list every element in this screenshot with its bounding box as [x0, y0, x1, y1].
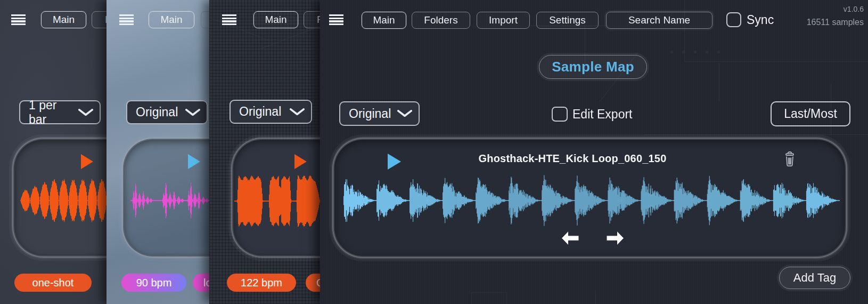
waveform-display[interactable] — [234, 175, 320, 227]
edit-export-label: Edit Export — [572, 107, 633, 122]
background-instance-2: Main Original 90 bpm lo — [107, 0, 209, 304]
playback-rate-dropdown[interactable]: 1 per bar — [19, 100, 101, 124]
trash-icon[interactable] — [784, 151, 796, 167]
sample-title: Ghosthack-HTE_Kick Loop_060_150 — [413, 153, 732, 165]
tab-folders[interactable]: Folders — [412, 12, 470, 29]
app-window: Main F 1 per bar one-shot Main Original … — [0, 0, 868, 304]
add-tag-label: Add Tag — [793, 271, 836, 285]
tab-folders-partial[interactable]: F — [304, 11, 320, 28]
tab-main[interactable]: Main — [362, 12, 406, 29]
last-most-button[interactable]: Last/Most — [771, 101, 850, 126]
tag-chip-partial[interactable]: lo — [193, 274, 209, 292]
tab-folders-partial[interactable] — [201, 11, 209, 28]
playback-rate-dropdown[interactable]: Original — [339, 101, 420, 126]
chevron-down-icon — [397, 110, 412, 117]
menu-icon[interactable] — [222, 14, 236, 25]
chevron-down-icon — [290, 108, 305, 116]
arrow-right-icon[interactable] — [606, 230, 625, 246]
dropdown-value: Original — [239, 105, 281, 119]
tag-chip[interactable]: 122 bpm — [227, 274, 296, 292]
tag-chip-partial[interactable]: C — [306, 274, 320, 292]
tab-settings[interactable]: Settings — [536, 12, 599, 29]
background-instance-1: Main F 1 per bar one-shot — [0, 0, 107, 304]
sync-checkbox[interactable] — [726, 12, 741, 27]
chevron-down-icon — [78, 109, 93, 116]
circuit-line — [684, 0, 685, 61]
dropdown-value: 1 per bar — [29, 98, 73, 127]
dropdown-value: Original — [136, 105, 178, 119]
play-icon[interactable] — [81, 154, 93, 169]
tag-chip[interactable]: one-shot — [14, 274, 92, 292]
playback-rate-dropdown[interactable]: Original — [126, 100, 208, 124]
chevron-down-icon — [185, 109, 200, 116]
menu-icon[interactable] — [11, 14, 26, 25]
menu-icon[interactable] — [329, 14, 343, 25]
sample-map-button[interactable]: Sample Map — [539, 55, 647, 79]
circuit-line — [719, 63, 719, 101]
waveform-display[interactable] — [20, 177, 107, 224]
sync-label: Sync — [747, 13, 774, 27]
arrow-left-icon[interactable] — [561, 230, 579, 246]
version-text: v1.0.6 — [844, 5, 864, 13]
main-panel: Main Folders Import Settings Search Name… — [320, 0, 868, 304]
circuit-line — [684, 61, 868, 62]
waveform-display[interactable] — [130, 180, 209, 221]
dot-row — [670, 51, 673, 53]
tab-main[interactable]: Main — [149, 11, 194, 28]
play-icon[interactable] — [188, 154, 200, 169]
tab-main[interactable]: Main — [253, 11, 298, 28]
circuit-box — [471, 292, 507, 304]
edit-export-checkbox[interactable] — [552, 107, 568, 122]
circuit-line — [644, 134, 868, 135]
background-instance-3: Main F Original 122 bpm C — [209, 0, 320, 304]
tab-import[interactable]: Import — [477, 12, 530, 29]
play-icon[interactable] — [294, 154, 307, 169]
sample-map-label: Sample Map — [552, 59, 634, 75]
tab-main[interactable]: Main — [41, 11, 86, 28]
add-tag-button[interactable]: Add Tag — [779, 267, 850, 289]
search-name-field[interactable]: Search Name — [606, 12, 713, 29]
playback-rate-dropdown[interactable]: Original — [230, 100, 312, 124]
samples-count: 16511 samples — [807, 18, 864, 27]
menu-icon[interactable] — [119, 14, 134, 25]
tag-chip[interactable]: 90 bpm — [121, 274, 186, 292]
play-icon[interactable] — [388, 154, 401, 170]
tab-folders-partial[interactable]: F — [92, 11, 107, 28]
dropdown-value: Original — [349, 107, 391, 121]
waveform-display[interactable] — [341, 174, 842, 227]
circuit-line — [595, 291, 596, 304]
